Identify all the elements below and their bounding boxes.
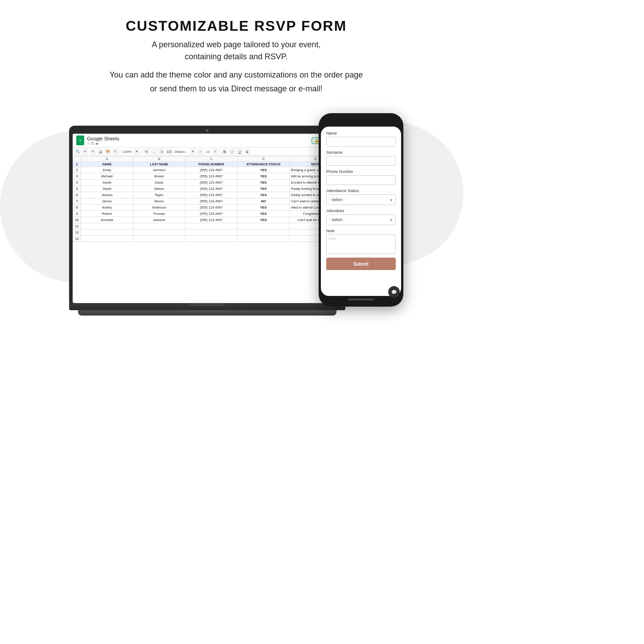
cell-lastname: Jackson	[133, 217, 185, 223]
cell-lastname: Davis	[133, 180, 185, 186]
subtitle-line1: A personalized web page tailored to your…	[152, 40, 320, 49]
laptop-base	[69, 303, 345, 310]
cell-lastname: Wilson	[133, 186, 185, 192]
surname-label: Surname	[326, 150, 396, 155]
col-b-header: B	[133, 156, 185, 162]
bold-icon[interactable]: B	[222, 148, 228, 155]
submit-label: Submit	[353, 262, 369, 267]
123-icon[interactable]: 123	[166, 148, 172, 155]
rsvp-form: Name Surname Phone Number	[326, 131, 396, 270]
submit-button[interactable]: Submit	[326, 258, 396, 270]
cell-status: YES	[238, 205, 290, 211]
cell-phone: (555) 123-4567	[185, 205, 238, 211]
search-toolbar-icon[interactable]: 🔍	[74, 148, 81, 155]
percent-icon[interactable]: %	[143, 148, 149, 155]
toolbar-sep2	[141, 149, 142, 154]
subtitle: A personalized web page tailored to your…	[110, 39, 363, 63]
table-row: 2 Emily Johnson (555) 123-4567 YES Bring…	[73, 167, 342, 173]
decimal-icon[interactable]: .0	[158, 148, 164, 155]
col-a-header: A	[81, 156, 133, 162]
col-data-header-row: 1 NAME LAST NAME PHONE NUMBER ATTENDANCE…	[73, 162, 342, 167]
redo-icon[interactable]: ↪	[90, 148, 96, 155]
toolbar-sep1	[120, 149, 120, 154]
surname-input[interactable]	[326, 156, 396, 166]
comma-icon[interactable]: ,	[151, 148, 157, 155]
col-d-header: D	[238, 156, 290, 162]
plus-icon[interactable]: +	[212, 148, 218, 155]
sheets-toolbar: 🔍 ↩ ↪ 🖨 🎨 ↖ 100% ▾ % , .0	[73, 148, 342, 156]
cell-name: Ashley	[81, 205, 133, 211]
cell-status: YES	[238, 173, 290, 180]
row-num-8: 8	[73, 205, 81, 211]
paint-icon[interactable]: 🎨	[105, 148, 111, 155]
cell-phone: (555) 123-4567	[185, 198, 238, 205]
strikethrough-icon[interactable]: S	[244, 148, 250, 155]
sheets-icons: ☆ ⊡ ☁	[87, 141, 309, 145]
italic-icon[interactable]: I	[229, 148, 235, 155]
name-input[interactable]	[326, 137, 396, 147]
sheets-title: Google Sheets	[87, 136, 309, 141]
cursor-icon[interactable]: ↖	[112, 148, 119, 155]
cell-name: James	[81, 198, 133, 205]
phone: Name Surname Phone Number	[319, 113, 403, 307]
sheets-title-area: Google Sheets ☆ ⊡ ☁	[87, 136, 309, 145]
table-row: 7 James Moore (555) 123-4567 NO Can't wa…	[73, 198, 342, 205]
attendees-label: Attendees	[326, 209, 396, 213]
col-name-header: NAME	[81, 162, 133, 167]
undo-icon[interactable]: ↩	[82, 148, 88, 155]
attendance-label: Attendance Status	[326, 189, 396, 193]
underline-icon[interactable]: U	[237, 148, 243, 155]
laptop-foot	[78, 310, 336, 316]
cell-phone: (555) 123-4567	[185, 217, 238, 223]
table-row: 8 Ashley Anderson (555) 123-4567 YES ril…	[73, 205, 342, 211]
attendance-select-value: - Select -	[329, 197, 345, 202]
sheets-logo: ≡	[76, 135, 84, 145]
row-num-6: 6	[73, 192, 81, 198]
phone-screen: Name Surname Phone Number	[321, 127, 401, 296]
chat-bubble-icon[interactable]: 💬	[388, 286, 400, 296]
row-num-4: 4	[73, 180, 81, 186]
table-row: 10 Amanda Jackson (555) 123-4567 YES Can…	[73, 217, 342, 223]
attendance-select[interactable]: - Select - ∨	[326, 194, 396, 205]
laptop-screen: ≡ Google Sheets ☆ ⊡ ☁ 🔒 SHARE ▾	[73, 134, 342, 303]
note-label: Note	[326, 229, 396, 233]
font-size: 12	[205, 150, 211, 154]
minus-icon[interactable]: −	[197, 148, 204, 155]
cell-phone: (555) 123-4567	[185, 173, 238, 180]
cell-name: Amanda	[81, 217, 133, 223]
description: You can add the theme color and any cust…	[110, 68, 363, 95]
cell-lastname: Anderson	[133, 205, 185, 211]
table-row: 6 Jessica Taylor (555) 123-4567 YES Real…	[73, 192, 342, 198]
attendance-chevron-icon: ∨	[390, 198, 393, 202]
sheets-header: ≡ Google Sheets ☆ ⊡ ☁ 🔒 SHARE ▾	[73, 134, 342, 148]
name-field: Name	[326, 131, 396, 147]
main-title: CUSTOMIZABLE RSVP FORM	[110, 18, 363, 34]
table-row-empty: 12	[73, 230, 342, 236]
sheets-table-wrapper: A B C D E 1 NAME LAST	[73, 156, 342, 303]
laptop-body: ≡ Google Sheets ☆ ⊡ ☁ 🔒 SHARE ▾	[69, 126, 345, 303]
note-field: Note Note	[326, 229, 396, 254]
col-phone-header: PHONE NUMBER	[185, 162, 238, 167]
cell-status: YES	[238, 167, 290, 173]
devices-container: ≡ Google Sheets ☆ ⊡ ☁ 🔒 SHARE ▾	[13, 113, 459, 316]
cell-name: Michael	[81, 173, 133, 180]
font-dropdown[interactable]: ▾	[190, 148, 196, 155]
phone-input[interactable]	[326, 175, 396, 185]
cell-status: YES	[238, 186, 290, 192]
row-num-2: 2	[73, 167, 81, 173]
row-num-5: 5	[73, 186, 81, 192]
cell-lastname: Moore	[133, 198, 185, 205]
cell-phone: (555) 123-4567	[185, 192, 238, 198]
table-row: 9 Robert Thomas (555) 123-4567 YES Congr…	[73, 211, 342, 217]
row-num-1: 1	[73, 162, 81, 167]
note-textarea[interactable]: Note	[326, 234, 396, 254]
col-status-header: ATTENDANCE STATUS	[238, 162, 290, 167]
attendees-field: Attendees - Select - ∨	[326, 209, 396, 225]
table-row: 3 Michael Brown (555) 123-4567 YES Will …	[73, 173, 342, 180]
desc-line1: You can add the theme color and any cust…	[110, 70, 363, 79]
attendees-select[interactable]: - Select - ∨	[326, 214, 396, 225]
print-icon[interactable]: 🖨	[97, 148, 103, 155]
cell-phone: (555) 123-4567	[185, 167, 238, 173]
cell-phone: (555) 123-4567	[185, 186, 238, 192]
zoom-dropdown[interactable]: ▾	[134, 148, 140, 155]
